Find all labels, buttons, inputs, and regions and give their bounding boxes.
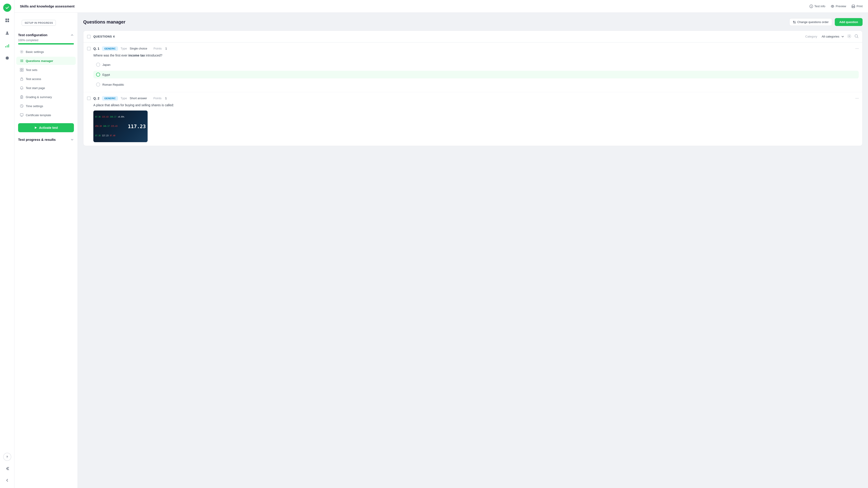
question-2-header: Q. 2 GENERIC Type Short answer Points 1 … bbox=[87, 96, 859, 100]
nav-item-certificate-template[interactable]: Certificate template bbox=[16, 111, 76, 119]
q1-radio-japan bbox=[96, 63, 100, 67]
activate-test-button[interactable]: Activate test bbox=[18, 123, 74, 132]
q2-checkbox[interactable] bbox=[87, 96, 91, 100]
app-logo bbox=[3, 4, 11, 12]
main-layout: SETUP IN PROGRESS Test configuration 100… bbox=[14, 13, 868, 488]
config-sidebar: SETUP IN PROGRESS Test configuration 100… bbox=[14, 13, 78, 488]
svg-rect-10 bbox=[852, 5, 855, 6]
clipboard-icon bbox=[20, 95, 24, 99]
q1-option-egypt[interactable]: Egypt bbox=[93, 71, 859, 79]
q2-type-label: Type bbox=[121, 96, 127, 100]
content-area: Questions manager Change questions order… bbox=[78, 13, 868, 488]
svg-rect-2 bbox=[5, 21, 7, 22]
bell-icon bbox=[20, 86, 24, 90]
nav-icon-back[interactable] bbox=[3, 464, 11, 472]
chevron-down-icon bbox=[70, 138, 74, 142]
question-1-header: Q. 1 GENERIC Type Single choice Points 1… bbox=[87, 46, 859, 51]
q1-menu[interactable]: ··· bbox=[855, 46, 859, 51]
svg-rect-16 bbox=[22, 68, 23, 70]
nav-item-test-sets[interactable]: Test sets bbox=[16, 66, 76, 74]
progress-fill bbox=[18, 43, 74, 44]
clock-icon bbox=[20, 104, 24, 108]
q1-option-japan[interactable]: Japan bbox=[93, 61, 859, 68]
q2-type-value: Short answer bbox=[130, 96, 147, 100]
nav-icon-analytics[interactable] bbox=[3, 41, 11, 50]
settings-icon[interactable] bbox=[847, 34, 851, 39]
q1-points-value: 1 bbox=[165, 47, 167, 50]
svg-point-4 bbox=[6, 32, 8, 33]
header-actions: Test info Preview Print bbox=[809, 4, 863, 8]
stock-ticker: 87.36 215.43 346.17 +0.09% 456.18 346.17… bbox=[93, 111, 148, 142]
category-filter[interactable]: Category All categories bbox=[805, 35, 844, 38]
svg-rect-17 bbox=[20, 70, 22, 71]
progress-label: 100% completed bbox=[18, 39, 74, 42]
svg-point-13 bbox=[20, 61, 21, 61]
q1-type-value: Single choice bbox=[130, 47, 147, 50]
progress-bar bbox=[18, 43, 74, 44]
nav-item-test-start-page[interactable]: Test start page bbox=[16, 84, 76, 92]
page-title: Skills and knowledge assessment bbox=[20, 4, 809, 8]
nav-icon-settings[interactable] bbox=[3, 54, 11, 62]
q1-text: Where was the first ever income tax intr… bbox=[87, 54, 859, 57]
nav-item-time-settings[interactable]: Time settings bbox=[16, 102, 76, 110]
question-row-2: Q. 2 GENERIC Type Short answer Points 1 … bbox=[84, 92, 862, 146]
progress-section: 100% completed bbox=[14, 38, 78, 47]
config-section-title: Test configuration bbox=[14, 31, 78, 38]
svg-point-14 bbox=[20, 62, 21, 62]
q2-number: Q. 2 bbox=[93, 96, 99, 100]
nav-icon-dashboard[interactable] bbox=[3, 16, 11, 24]
nav-icon-collapse[interactable] bbox=[3, 476, 11, 484]
add-question-button[interactable]: Add question bbox=[835, 18, 863, 26]
q2-points-label: Points bbox=[153, 96, 161, 100]
svg-rect-7 bbox=[8, 44, 9, 48]
nav-item-test-access[interactable]: Test access bbox=[16, 75, 76, 83]
table-actions: Category All categories bbox=[805, 34, 859, 39]
bottom-icons: ? bbox=[3, 453, 11, 484]
test-info-button[interactable]: Test info bbox=[809, 4, 825, 8]
print-button[interactable]: Print bbox=[851, 4, 863, 8]
q1-option-japan-text: Japan bbox=[102, 63, 110, 66]
svg-rect-1 bbox=[7, 19, 9, 20]
questions-header: Questions manager Change questions order… bbox=[83, 18, 863, 26]
svg-point-11 bbox=[21, 51, 22, 53]
q1-radio-roman bbox=[96, 83, 100, 87]
q2-points-value: 1 bbox=[165, 96, 167, 100]
q1-checkbox[interactable] bbox=[87, 47, 91, 51]
nav-item-grading-summary[interactable]: Grading & summary bbox=[16, 93, 76, 101]
big-stock-number: 117.23 bbox=[128, 124, 146, 129]
q1-option-egypt-text: Egypt bbox=[102, 73, 110, 77]
nav-item-basic-settings[interactable]: Basic settings bbox=[16, 48, 76, 56]
results-section[interactable]: Test progress & results bbox=[14, 136, 78, 143]
search-icon[interactable] bbox=[854, 34, 859, 39]
nav-icon-help[interactable]: ? bbox=[3, 453, 11, 461]
lock-icon bbox=[20, 77, 24, 81]
q2-menu[interactable]: ··· bbox=[855, 96, 859, 100]
chevron-down-small-icon bbox=[841, 35, 844, 38]
q1-points-label: Points bbox=[153, 47, 162, 50]
q1-option-roman[interactable]: Roman Republic bbox=[93, 81, 859, 88]
preview-button[interactable]: Preview bbox=[831, 4, 846, 8]
q2-badge: GENERIC bbox=[102, 96, 118, 100]
svg-rect-19 bbox=[21, 79, 23, 81]
svg-rect-22 bbox=[20, 114, 23, 116]
q1-option-roman-text: Roman Republic bbox=[102, 83, 124, 86]
gear-icon bbox=[20, 50, 24, 54]
select-all-checkbox[interactable] bbox=[87, 35, 91, 38]
list-ordered-icon bbox=[20, 59, 24, 63]
nav-icon-users[interactable] bbox=[3, 29, 11, 37]
svg-point-23 bbox=[849, 36, 850, 37]
svg-rect-3 bbox=[7, 21, 9, 22]
question-row-1: Q. 1 GENERIC Type Single choice Points 1… bbox=[84, 42, 862, 92]
change-order-button[interactable]: Change questions order bbox=[789, 18, 832, 26]
q1-number: Q. 1 bbox=[93, 47, 99, 51]
svg-rect-6 bbox=[7, 45, 7, 48]
table-header-row: QUESTIONS 4 Category All categories bbox=[84, 31, 862, 42]
grid-icon bbox=[20, 68, 24, 72]
questions-count: QUESTIONS 4 bbox=[93, 35, 805, 38]
setup-badge: SETUP IN PROGRESS bbox=[22, 20, 56, 26]
q2-image: 87.36 215.43 346.17 +0.09% 456.18 346.17… bbox=[93, 111, 148, 142]
icon-sidebar: ? bbox=[0, 0, 14, 488]
certificate-icon bbox=[20, 113, 24, 117]
nav-item-questions-manager[interactable]: Questions manager bbox=[16, 57, 76, 65]
svg-rect-15 bbox=[20, 68, 22, 70]
